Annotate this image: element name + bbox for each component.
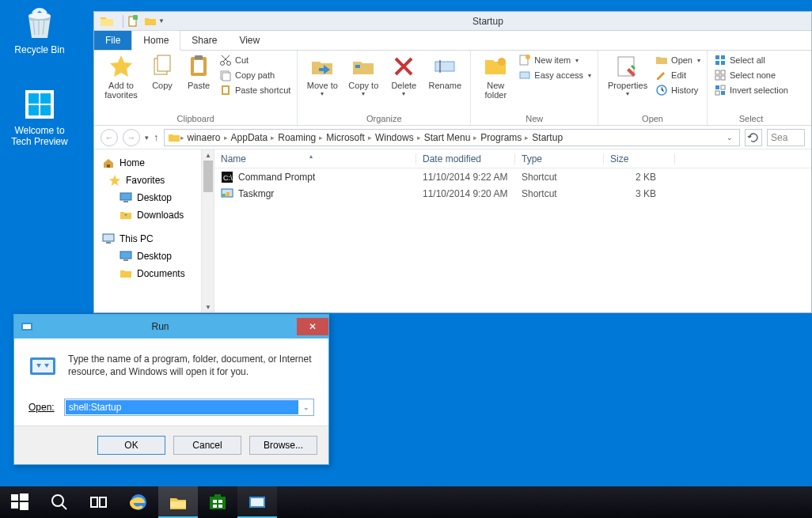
- home-icon: [102, 157, 115, 169]
- svg-rect-60: [100, 497, 106, 507]
- open-button[interactable]: Open▾: [655, 54, 700, 66]
- svg-rect-2: [28, 93, 39, 104]
- column-headers: Name▴ Date modified Type Size: [214, 149, 811, 168]
- file-row[interactable]: C:\Command Prompt 11/10/2014 9:22 AM Sho…: [214, 168, 811, 185]
- paste-button[interactable]: Paste: [183, 54, 214, 100]
- desktop-icon-recycle-bin[interactable]: Recycle Bin: [8, 5, 71, 55]
- add-to-favorites-button[interactable]: Add to favorites: [101, 54, 142, 100]
- pc-icon: [102, 233, 115, 245]
- column-date[interactable]: Date modified: [416, 153, 515, 164]
- svg-text:C:\: C:\: [223, 174, 233, 182]
- navigation-pane: ▲▼ Home Favorites Desktop Downloads This…: [94, 149, 214, 312]
- tab-file[interactable]: File: [94, 31, 131, 50]
- qat-dropdown-icon[interactable]: ▼: [158, 17, 165, 25]
- svg-rect-34: [715, 85, 719, 89]
- copy-to-button[interactable]: Copy to▾: [345, 54, 381, 97]
- properties-icon: [615, 54, 640, 79]
- delete-button[interactable]: Delete▾: [386, 54, 421, 97]
- breadcrumb[interactable]: ▸ winaero▸ AppData▸ Roaming▸ Microsoft▸ …: [164, 129, 741, 146]
- paste-shortcut-button[interactable]: Paste shortcut: [219, 84, 290, 96]
- scissors-icon: [219, 54, 232, 66]
- column-size[interactable]: Size: [604, 153, 675, 164]
- nav-home[interactable]: Home: [94, 154, 202, 172]
- ribbon: Add to favorites Copy Paste Cut Copy pat…: [94, 51, 811, 126]
- open-input[interactable]: [66, 400, 298, 414]
- windows-preview-icon: [21, 85, 59, 123]
- ie-button[interactable]: [119, 486, 158, 518]
- back-button[interactable]: ←: [101, 129, 118, 146]
- search-input[interactable]: Sea: [767, 129, 805, 146]
- new-item-button[interactable]: New item▾: [518, 54, 591, 66]
- shortcut-icon: [221, 187, 233, 200]
- recent-dropdown-icon[interactable]: ▾: [145, 134, 149, 142]
- up-button[interactable]: ↑: [154, 131, 159, 143]
- tab-home[interactable]: Home: [131, 30, 180, 51]
- rename-button[interactable]: Rename: [426, 54, 464, 97]
- svg-point-14: [227, 62, 231, 66]
- easy-access-button[interactable]: Easy access▾: [518, 69, 591, 81]
- combo-dropdown-icon[interactable]: ⌄: [299, 403, 313, 411]
- svg-rect-49: [226, 192, 230, 196]
- svg-rect-56: [11, 502, 18, 509]
- nav-pc-desktop[interactable]: Desktop: [94, 248, 202, 265]
- forward-button[interactable]: →: [123, 129, 140, 146]
- store-button[interactable]: [198, 486, 237, 518]
- search-button[interactable]: [40, 486, 79, 518]
- file-row[interactable]: Taskmgr 11/10/2014 9:20 AM Shortcut 3 KB: [214, 185, 811, 202]
- select-all-button[interactable]: Select all: [714, 54, 788, 66]
- svg-rect-66: [218, 505, 222, 508]
- sort-indicator-icon: ▴: [309, 153, 313, 160]
- history-button[interactable]: History: [655, 84, 700, 96]
- desktop-icon-label: Recycle Bin: [14, 44, 64, 55]
- downloads-icon: [120, 209, 132, 221]
- nav-fav-downloads[interactable]: Downloads: [94, 206, 202, 224]
- copy-path-button[interactable]: Copy path: [219, 69, 290, 81]
- move-to-button[interactable]: Move to▾: [304, 54, 340, 97]
- nav-favorites[interactable]: Favorites: [94, 172, 202, 189]
- address-dropdown-icon[interactable]: ⌄: [723, 134, 736, 142]
- select-none-button[interactable]: Select none: [714, 69, 788, 81]
- ribbon-group-organize: Move to▾ Copy to▾ Delete▾ Rename Organiz…: [298, 51, 471, 125]
- tab-share[interactable]: Share: [180, 31, 228, 50]
- svg-rect-32: [715, 76, 719, 80]
- file-list: Name▴ Date modified Type Size C:\Command…: [214, 149, 811, 312]
- explorer-window: ▼ Startup File Home Share View Add to fa…: [93, 11, 812, 313]
- taskview-button[interactable]: [79, 486, 119, 518]
- cancel-button[interactable]: Cancel: [173, 436, 241, 455]
- tab-view[interactable]: View: [228, 31, 271, 50]
- open-icon: [655, 54, 668, 66]
- folder-small-icon[interactable]: [144, 15, 157, 28]
- ok-button[interactable]: OK: [97, 436, 165, 455]
- svg-point-22: [526, 55, 530, 59]
- refresh-button[interactable]: [745, 129, 762, 146]
- svg-rect-44: [123, 259, 128, 261]
- column-type[interactable]: Type: [515, 153, 604, 164]
- new-item-icon: [518, 54, 531, 66]
- new-folder-button[interactable]: New folder: [477, 54, 514, 100]
- open-combo[interactable]: ⌄: [64, 399, 314, 416]
- nav-pc-documents[interactable]: Documents: [94, 265, 202, 282]
- copy-button[interactable]: Copy: [146, 54, 178, 100]
- edit-button[interactable]: Edit: [655, 69, 700, 81]
- svg-rect-65: [213, 505, 217, 508]
- run-taskbar-button[interactable]: [237, 486, 277, 518]
- run-titlebar[interactable]: Run ✕: [14, 315, 328, 338]
- scrollbar[interactable]: ▲▼: [201, 149, 214, 312]
- close-button[interactable]: ✕: [297, 318, 328, 335]
- ribbon-group-open: Properties▾ Open▾ Edit History Open: [598, 51, 708, 125]
- svg-rect-3: [40, 93, 51, 104]
- nav-fav-desktop[interactable]: Desktop: [94, 189, 202, 206]
- browse-button[interactable]: Browse...: [249, 436, 317, 455]
- column-name[interactable]: Name▴: [214, 153, 416, 164]
- nav-this-pc[interactable]: This PC: [94, 230, 202, 248]
- cut-button[interactable]: Cut: [219, 54, 290, 66]
- properties-button[interactable]: Properties▾: [605, 54, 651, 99]
- invert-selection-button[interactable]: Invert selection: [714, 84, 788, 96]
- select-none-icon: [714, 69, 727, 81]
- svg-rect-31: [721, 70, 725, 74]
- new-doc-icon[interactable]: [127, 15, 139, 28]
- start-button[interactable]: [0, 486, 40, 518]
- svg-rect-59: [91, 497, 97, 507]
- desktop-icon-welcome[interactable]: Welcome to Tech Preview: [8, 85, 71, 147]
- explorer-taskbar-button[interactable]: [158, 486, 198, 518]
